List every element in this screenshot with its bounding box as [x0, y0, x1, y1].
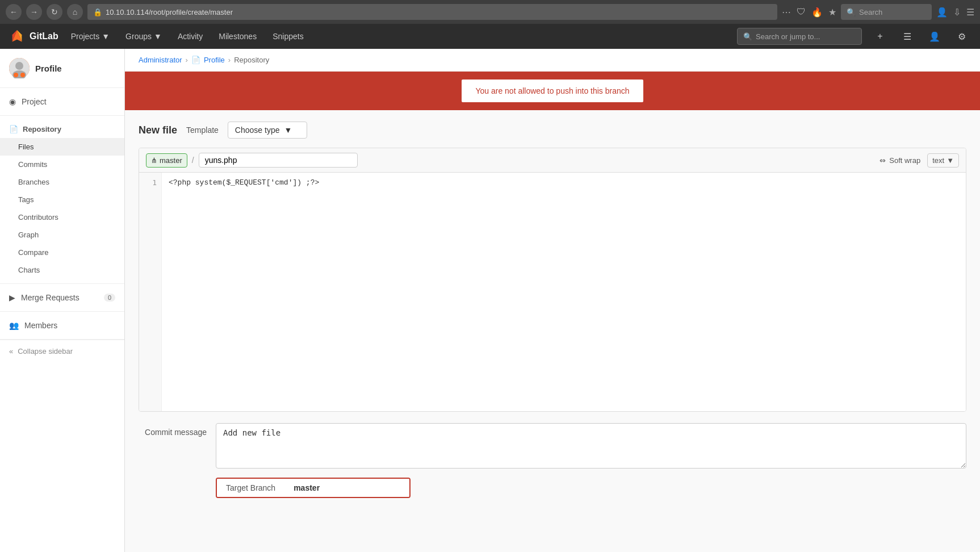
- branch-name[interactable]: ⋔ master: [146, 153, 187, 168]
- charts-label: Charts: [18, 266, 40, 274]
- branch-icon: ⋔: [151, 156, 157, 165]
- target-branch-label: Target Branch: [217, 479, 284, 497]
- search-placeholder: Search: [859, 8, 882, 16]
- gitlab-logo-icon: [9, 28, 25, 44]
- template-select[interactable]: Choose type ▼: [228, 122, 307, 139]
- template-select-value: Choose type: [235, 126, 280, 135]
- target-branch-box: Target Branch: [216, 478, 411, 498]
- commit-section: Commit message Target Branch: [139, 423, 966, 498]
- profile-icon: 👤: [936, 7, 948, 18]
- members-icon: 👥: [9, 321, 19, 330]
- text-type-value: text: [932, 156, 944, 165]
- sidebar-section-project: ◉ Project: [0, 88, 124, 116]
- sidebar-item-commits[interactable]: Commits: [0, 156, 124, 173]
- nav-activity[interactable]: Activity: [174, 30, 206, 43]
- sidebar-item-graph[interactable]: Graph: [0, 226, 124, 244]
- gitlab-logo[interactable]: GitLab: [9, 28, 58, 44]
- sidebar-item-branches[interactable]: Branches: [0, 173, 124, 191]
- merge-requests-label: Merge Requests: [21, 293, 79, 302]
- new-file-title: New file: [139, 124, 177, 136]
- error-banner: You are not allowed to push into this br…: [125, 72, 980, 110]
- code-editor[interactable]: [162, 173, 966, 411]
- gitlab-nav: GitLab Projects ▼ Groups ▼ Activity Mile…: [0, 24, 980, 49]
- sidebar-item-members[interactable]: 👥 Members: [0, 316, 124, 334]
- commit-message-input[interactable]: [216, 423, 966, 469]
- browser-search-bar[interactable]: 🔍 Search: [841, 4, 932, 20]
- sidebar-item-merge-requests[interactable]: ▶ Merge Requests 0: [0, 288, 124, 307]
- new-file-area: New file Template Choose type ▼ ⋔ master…: [125, 110, 980, 509]
- line-number-1: 1: [144, 177, 157, 189]
- breadcrumb-sep-2: ›: [228, 56, 231, 64]
- sidebar: Profile ◉ Project 📄 Repository Files Com…: [0, 49, 125, 552]
- line-numbers: 1: [139, 173, 162, 411]
- home-button[interactable]: ⌂: [67, 4, 83, 20]
- merge-icon: ▶: [9, 293, 15, 302]
- new-file-header: New file Template Choose type ▼: [139, 122, 966, 139]
- breadcrumb-profile[interactable]: Profile: [204, 56, 225, 64]
- soft-wrap-icon: ⇔: [880, 156, 886, 165]
- merge-request-nav-icon[interactable]: ☰: [898, 27, 916, 45]
- svg-point-7: [20, 73, 25, 77]
- branches-label: Branches: [18, 178, 49, 186]
- download-icon: ⇩: [953, 7, 961, 18]
- browser-right-icons: ⋯ 🛡 🔥 ★: [782, 7, 836, 18]
- error-message-text: You are not allowed to push into this br…: [475, 86, 629, 95]
- template-dropdown-arrow: ▼: [284, 126, 292, 135]
- sidebar-item-contributors[interactable]: Contributors: [0, 208, 124, 226]
- editor-toolbar: ⋔ master / ⇔ Soft wrap text ▼: [139, 148, 966, 173]
- menu-icon: ☰: [966, 7, 974, 18]
- breadcrumb-repo-icon: 📄: [191, 56, 200, 64]
- sidebar-item-compare[interactable]: Compare: [0, 244, 124, 261]
- extensions-icon: ⋯: [782, 7, 791, 18]
- branch-text: master: [160, 156, 182, 165]
- soft-wrap-button[interactable]: ⇔ Soft wrap: [880, 156, 920, 165]
- nav-search-bar[interactable]: 🔍 Search or jump to...: [737, 28, 862, 45]
- editor-path: ⋔ master /: [146, 153, 358, 168]
- address-bar[interactable]: 🔒 10.10.10.114/root/profile/create/maste…: [87, 4, 777, 20]
- breadcrumb: Administrator › 📄 Profile › Repository: [125, 49, 980, 72]
- browser-extra-icons: 👤 ⇩ ☰: [936, 7, 974, 18]
- tags-label: Tags: [18, 195, 33, 204]
- main-content: Administrator › 📄 Profile › Repository Y…: [125, 49, 980, 552]
- forward-button[interactable]: →: [26, 4, 42, 20]
- sidebar-item-files[interactable]: Files: [0, 138, 124, 156]
- sidebar-item-tags[interactable]: Tags: [0, 191, 124, 208]
- target-branch-input[interactable]: [284, 479, 409, 497]
- user-nav-icon[interactable]: 👤: [925, 27, 944, 45]
- graph-label: Graph: [18, 231, 39, 239]
- collapse-icon: «: [9, 347, 13, 356]
- repo-label: Repository: [23, 125, 61, 133]
- template-label: Template: [186, 126, 219, 135]
- nav-snippets[interactable]: Snippets: [269, 30, 307, 43]
- projects-dropdown-arrow: ▼: [102, 32, 110, 41]
- refresh-button[interactable]: ↻: [47, 4, 62, 20]
- target-branch-row: Target Branch: [139, 478, 966, 498]
- groups-dropdown-arrow: ▼: [154, 32, 162, 41]
- nav-groups[interactable]: Groups ▼: [122, 30, 165, 43]
- shield-icon: 🛡: [797, 7, 806, 17]
- error-message-box: You are not allowed to push into this br…: [460, 78, 644, 103]
- firefox-icon: 🔥: [811, 7, 823, 18]
- svg-point-4: [15, 62, 23, 70]
- nav-projects[interactable]: Projects ▼: [68, 30, 113, 43]
- avatar: [9, 58, 30, 78]
- filename-input[interactable]: [199, 153, 358, 168]
- browser-bar: ← → ↻ ⌂ 🔒 10.10.10.114/root/profile/crea…: [0, 0, 980, 24]
- breadcrumb-administrator[interactable]: Administrator: [139, 56, 182, 64]
- members-label: Members: [24, 321, 57, 330]
- back-button[interactable]: ←: [6, 4, 22, 20]
- commits-label: Commits: [18, 160, 47, 169]
- sidebar-item-charts[interactable]: Charts: [0, 261, 124, 279]
- text-type-select[interactable]: text ▼: [927, 153, 959, 168]
- editor-body: 1: [139, 173, 966, 411]
- search-icon: 🔍: [847, 8, 856, 16]
- sidebar-profile: Profile: [0, 49, 124, 88]
- settings-nav-icon[interactable]: ⚙: [953, 27, 971, 45]
- new-item-button[interactable]: +: [871, 27, 889, 45]
- collapse-sidebar-button[interactable]: « Collapse sidebar: [0, 340, 124, 362]
- sidebar-item-project[interactable]: ◉ Project: [0, 93, 124, 111]
- nav-milestones[interactable]: Milestones: [215, 30, 260, 43]
- avatar-icon: [9, 58, 30, 78]
- svg-point-6: [14, 73, 18, 77]
- contributors-label: Contributors: [18, 213, 58, 221]
